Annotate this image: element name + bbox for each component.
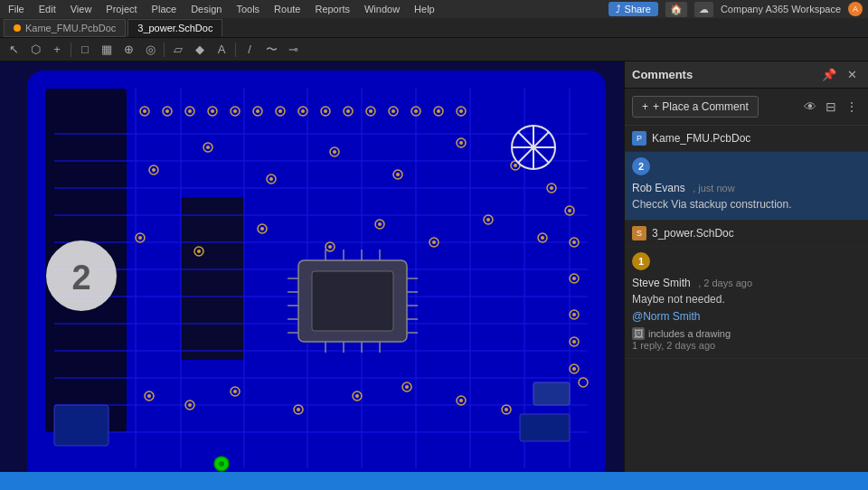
expand-icon-button[interactable]: ⋮ (843, 97, 861, 117)
svg-rect-119 (312, 271, 393, 331)
pin-panel-button[interactable]: 📌 (818, 66, 840, 83)
doc-icon-pcbdoc: P (632, 131, 646, 146)
tab-pcbdoc[interactable]: Kame_FMU.PcbDoc (4, 19, 126, 37)
rect-tool[interactable]: □ (75, 41, 95, 59)
doc-header-pcbdoc: P Kame_FMU.PcbDoc (625, 126, 868, 152)
comments-header: Comments 📌 ✕ (625, 61, 868, 89)
svg-rect-3 (181, 197, 244, 360)
plus-icon: + (642, 100, 648, 113)
svg-point-72 (143, 109, 146, 113)
sep2 (164, 42, 165, 57)
svg-point-80 (324, 109, 327, 113)
toolbar: ↖ ⬡ + □ ▦ ⊕ ◎ ▱ ◆ A / 〜 ⊸ (0, 38, 868, 61)
svg-point-114 (572, 277, 576, 280)
menu-route[interactable]: Route (271, 2, 303, 16)
svg-point-92 (459, 141, 463, 145)
pcb-visual: 2 ↗ (0, 61, 624, 490)
comment-text-2: Checck Via stackup construction. (632, 197, 861, 212)
tab-schdoc-label: 3_power.SchDoc (137, 23, 212, 33)
user-avatar[interactable]: A (848, 2, 863, 16)
share-button[interactable]: ⤴ Share (609, 2, 658, 16)
menu-bar: File Edit View Project Place Design Tool… (5, 2, 438, 16)
attachment-label: includes a drawing (648, 328, 731, 339)
modified-indicator (14, 24, 21, 32)
comment-text-1: Maybe not needed. (632, 292, 861, 307)
comment-mention-1: @Norm Smith (632, 309, 861, 325)
comment-badge-1: 1 (632, 252, 650, 270)
menu-file[interactable]: File (5, 2, 27, 16)
svg-point-83 (392, 109, 395, 113)
place-comment-label: + Place a Comment (653, 100, 749, 113)
svg-point-104 (147, 394, 151, 398)
text-tool[interactable]: A (212, 41, 231, 59)
svg-point-107 (297, 408, 300, 411)
comment-footer-1: 🖼 includes a drawing (632, 327, 861, 340)
comments-title: Comments (632, 68, 693, 81)
svg-point-106 (233, 390, 237, 393)
title-bar-right: ⤴ Share 🏠 ☁ Company A365 Workspace A (609, 2, 863, 17)
svg-point-110 (459, 399, 463, 402)
menu-edit[interactable]: Edit (36, 2, 59, 16)
wave-tool[interactable]: 〜 (261, 41, 281, 59)
line-tool[interactable]: / (240, 41, 259, 59)
svg-point-85 (437, 109, 440, 113)
comment-badge-2: 2 (632, 157, 650, 175)
title-bar-left: File Edit View Project Place Design Tool… (5, 2, 438, 16)
comment-item-1[interactable]: 1 Steve Smith , 2 days ago Maybe not nee… (625, 247, 868, 360)
svg-point-94 (550, 186, 553, 190)
svg-point-105 (188, 403, 192, 407)
svg-point-101 (486, 218, 490, 221)
menu-place[interactable]: Place (149, 2, 180, 16)
hex-tool[interactable]: ⬡ (25, 41, 45, 59)
share-label: Share (625, 4, 651, 14)
marker-tool[interactable]: ◆ (190, 41, 210, 59)
comment-time-2: , just now (693, 183, 734, 193)
menu-window[interactable]: Window (362, 2, 402, 16)
comment-reply-1: 1 reply, 2 days ago (632, 340, 861, 351)
svg-point-79 (301, 109, 305, 113)
circle-tool[interactable]: ◎ (140, 41, 160, 59)
svg-point-96 (197, 250, 201, 253)
pcb-canvas[interactable]: 2 ↗ (0, 61, 624, 490)
eye-icon-button[interactable]: 👁 (801, 97, 819, 117)
svg-point-82 (369, 109, 373, 113)
select-tool[interactable]: ↖ (4, 41, 24, 59)
menu-help[interactable]: Help (411, 2, 438, 16)
svg-point-117 (572, 367, 576, 371)
filter-icon-button[interactable]: ⊟ (823, 97, 839, 117)
svg-point-90 (333, 150, 336, 154)
cloud-button[interactable]: ☁ (694, 2, 713, 17)
svg-point-77 (256, 109, 259, 113)
svg-point-74 (188, 109, 192, 113)
svg-point-98 (328, 245, 332, 249)
doc-name-schdoc: 3_power.SchDoc (652, 227, 734, 240)
comment-attachment-1: 🖼 includes a drawing (632, 327, 731, 340)
menu-design[interactable]: Design (188, 2, 224, 16)
comment-item-2[interactable]: 2 Rob Evans , just now Checck Via stacku… (625, 152, 868, 221)
menu-view[interactable]: View (68, 2, 95, 16)
menu-project[interactable]: Project (103, 2, 139, 16)
cross-tool[interactable]: ⊕ (118, 41, 138, 59)
svg-point-95 (138, 236, 142, 240)
grid-tool[interactable]: ▦ (97, 41, 117, 59)
svg-point-75 (211, 109, 214, 113)
image-icon: 🖼 (632, 327, 645, 340)
svg-point-86 (459, 109, 463, 113)
svg-point-84 (414, 109, 418, 113)
status-bar (0, 472, 868, 490)
add-tool[interactable]: + (47, 41, 67, 59)
svg-point-89 (269, 177, 273, 181)
comment-author-2: Rob Evans (632, 182, 685, 194)
tab-schdoc[interactable]: 3_power.SchDoc (127, 19, 222, 37)
main-layout: 2 ↗ Comments 📌 ✕ + + Place a Comment 👁 ⊟… (0, 61, 868, 490)
svg-point-81 (346, 109, 350, 113)
menu-tools[interactable]: Tools (233, 2, 262, 16)
close-panel-button[interactable]: ✕ (844, 66, 861, 83)
place-comment-button[interactable]: + + Place a Comment (632, 96, 759, 118)
pin-tool[interactable]: ⊸ (283, 41, 303, 59)
move-tool[interactable]: ▱ (168, 41, 188, 59)
menu-reports[interactable]: Reports (312, 2, 353, 16)
share-icon: ⤴ (616, 4, 621, 14)
svg-rect-141 (520, 414, 570, 441)
home-button[interactable]: 🏠 (665, 2, 687, 17)
